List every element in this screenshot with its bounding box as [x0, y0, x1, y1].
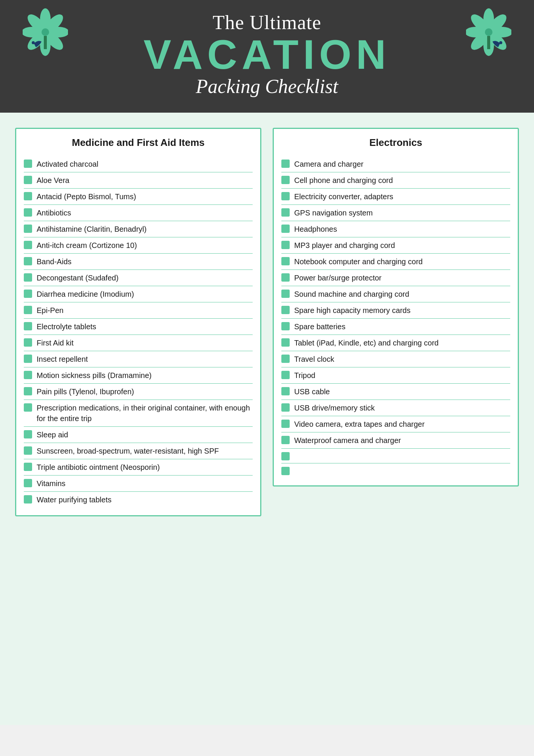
checkbox-icon[interactable] [24, 479, 32, 487]
checkbox-icon[interactable] [24, 322, 32, 330]
medicine-list-item[interactable]: Diarrhea medicine (Imodium) [24, 286, 253, 302]
checkbox-icon[interactable] [24, 355, 32, 363]
checkbox-icon[interactable] [24, 463, 32, 471]
checkbox-icon[interactable] [24, 306, 32, 314]
medicine-list-item[interactable]: Aloe Vera [24, 172, 253, 189]
medicine-list-item[interactable]: Band-Aids [24, 254, 253, 270]
electronics-list-item[interactable]: Cell phone and charging cord [281, 172, 510, 189]
medicine-list-item[interactable]: Insect repellent [24, 351, 253, 367]
electronics-list-item[interactable]: USB cable [281, 384, 510, 400]
header-line1: The Ultimate [23, 11, 511, 34]
electronics-list-item[interactable]: Video camera, extra tapes and charger [281, 416, 510, 432]
checkbox-icon[interactable] [281, 387, 290, 395]
checkbox-icon[interactable] [281, 241, 290, 249]
checkbox-icon[interactable] [281, 452, 290, 460]
medicine-list-item[interactable]: Sleep aid [24, 427, 253, 443]
item-label: Motion sickness pills (Dramamine) [37, 370, 152, 381]
checkbox-icon[interactable] [24, 192, 32, 200]
medicine-list-item[interactable]: Epi-Pen [24, 302, 253, 319]
checkbox-icon[interactable] [281, 420, 290, 428]
electronics-list-item[interactable]: Spare high capacity memory cards [281, 302, 510, 319]
checkbox-icon[interactable] [24, 241, 32, 249]
checkbox-icon[interactable] [281, 160, 290, 168]
checkbox-icon[interactable] [24, 387, 32, 395]
checkbox-icon[interactable] [281, 225, 290, 233]
electronics-list-item[interactable]: USB drive/memory stick [281, 400, 510, 416]
header: The Ultimate VACATION Packing Checklist [0, 0, 534, 113]
checkbox-icon[interactable] [281, 355, 290, 363]
medicine-list-item[interactable]: Triple antibiotic ointment (Neosporin) [24, 459, 253, 476]
item-label: Headphones [294, 224, 337, 234]
electronics-list-item[interactable]: Camera and charger [281, 156, 510, 172]
item-label: Activated charcoal [37, 159, 98, 169]
checkbox-icon[interactable] [281, 436, 290, 444]
item-label: Anti-itch cream (Cortizone 10) [37, 240, 137, 251]
checkbox-icon[interactable] [281, 371, 290, 379]
electronics-list-item[interactable]: MP3 player and charging cord [281, 237, 510, 254]
item-label: Sound machine and charging cord [294, 289, 409, 299]
electronics-list-item[interactable]: GPS navigation system [281, 205, 510, 221]
medicine-list-item[interactable]: Decongestant (Sudafed) [24, 270, 253, 286]
checkbox-icon[interactable] [281, 176, 290, 184]
medicine-list-item[interactable]: Antacid (Pepto Bismol, Tums) [24, 189, 253, 205]
checkbox-icon[interactable] [24, 371, 32, 379]
medicine-list-item[interactable]: Prescription medications, in their origi… [24, 400, 253, 427]
checkbox-icon[interactable] [24, 257, 32, 265]
item-label: GPS navigation system [294, 208, 373, 218]
checkbox-icon[interactable] [281, 257, 290, 265]
medicine-list-item[interactable]: Vitamins [24, 476, 253, 492]
checkbox-icon[interactable] [24, 160, 32, 168]
checkbox-icon[interactable] [24, 403, 32, 412]
checkbox-icon[interactable] [281, 208, 290, 217]
item-label: USB cable [294, 386, 330, 397]
electronics-list-item[interactable]: Headphones [281, 221, 510, 237]
item-label: MP3 player and charging cord [294, 240, 395, 251]
checkbox-icon[interactable] [24, 446, 32, 455]
medicine-list-item[interactable]: Sunscreen, broad-spectrum, water-resista… [24, 443, 253, 459]
electronics-list-item[interactable]: Waterproof camera and charger [281, 432, 510, 449]
checkbox-icon[interactable] [281, 322, 290, 330]
checkbox-icon[interactable] [24, 290, 32, 298]
checkbox-icon[interactable] [281, 403, 290, 412]
checkbox-icon[interactable] [281, 273, 290, 282]
electronics-list-item[interactable]: Power bar/surge protector [281, 270, 510, 286]
checkbox-icon[interactable] [24, 176, 32, 184]
checkbox-icon[interactable] [281, 306, 290, 314]
electronics-list-item[interactable] [281, 463, 510, 478]
electronics-list-item[interactable]: Notebook computer and charging cord [281, 254, 510, 270]
medicine-list-item[interactable]: Pain pills (Tylenol, Ibuprofen) [24, 384, 253, 400]
flower-left-icon [23, 8, 68, 53]
checkbox-icon[interactable] [281, 192, 290, 200]
checkbox-icon[interactable] [281, 467, 290, 475]
medicine-list-item[interactable]: Water purifying tablets [24, 492, 253, 508]
checkbox-icon[interactable] [281, 338, 290, 347]
header-line3: Packing Checklist [23, 75, 511, 98]
electronics-list-item[interactable]: Electricity converter, adapters [281, 189, 510, 205]
checkbox-icon[interactable] [24, 430, 32, 438]
electronics-list-item[interactable]: Travel clock [281, 351, 510, 367]
electronics-list-item[interactable]: Tablet (iPad, Kindle, etc) and charging … [281, 335, 510, 351]
medicine-column-header: Medicine and First Aid Items [24, 136, 253, 149]
item-label: Electricity converter, adapters [294, 191, 393, 202]
checkbox-icon[interactable] [24, 273, 32, 282]
item-label: Insect repellent [37, 354, 88, 364]
medicine-list-item[interactable]: Electrolyte tablets [24, 319, 253, 335]
item-label: Water purifying tablets [37, 494, 111, 505]
checkbox-icon[interactable] [24, 338, 32, 347]
medicine-list-item[interactable]: Anti-itch cream (Cortizone 10) [24, 237, 253, 254]
checkbox-icon[interactable] [281, 290, 290, 298]
medicine-list-item[interactable]: Activated charcoal [24, 156, 253, 172]
medicine-list-item[interactable]: Motion sickness pills (Dramamine) [24, 367, 253, 384]
medicine-list-item[interactable]: Antihistamine (Claritin, Benadryl) [24, 221, 253, 237]
item-label: Decongestant (Sudafed) [37, 273, 119, 283]
electronics-list-item[interactable] [281, 449, 510, 463]
medicine-list-item[interactable]: First Aid kit [24, 335, 253, 351]
medicine-list-item[interactable]: Antibiotics [24, 205, 253, 221]
electronics-list-item[interactable]: Tripod [281, 367, 510, 384]
checkbox-icon[interactable] [24, 495, 32, 503]
electronics-list-item[interactable]: Sound machine and charging cord [281, 286, 510, 302]
electronics-list-item[interactable]: Spare batteries [281, 319, 510, 335]
checkbox-icon[interactable] [24, 225, 32, 233]
checkbox-icon[interactable] [24, 208, 32, 217]
electronics-column-header: Electronics [281, 136, 510, 149]
